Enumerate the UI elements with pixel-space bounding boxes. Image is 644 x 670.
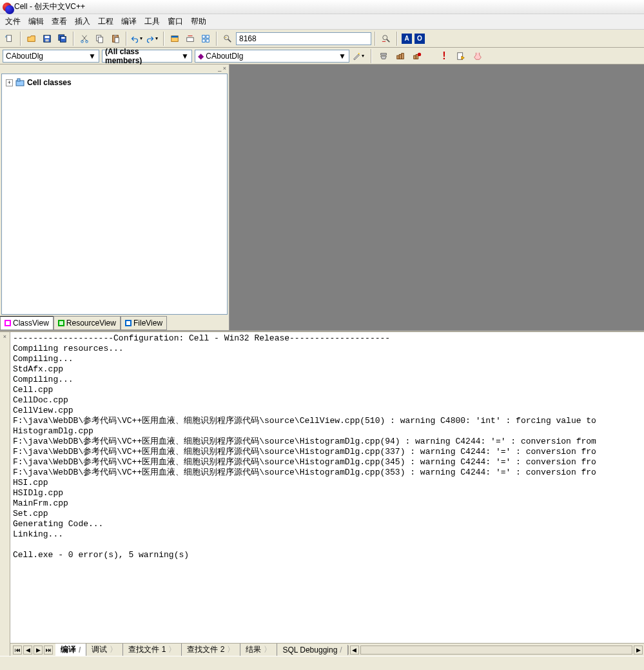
menu-tools[interactable]: 工具 [144,16,160,27]
scroll-first-icon[interactable]: ⏮ [13,645,22,655]
letter-o-icon[interactable]: O [415,34,425,44]
wizard-action-icon[interactable]: ▾ [352,49,366,63]
tab-resourceview[interactable]: ResourceView [54,316,121,330]
statusbar [0,656,644,670]
tree-root-row[interactable]: + Cell classes [6,78,223,87]
pane-header: ⎯ × [0,64,229,72]
editor-area [229,64,644,330]
member-combo[interactable]: ◆ CAboutDlg▼ [195,50,349,63]
svg-rect-26 [414,55,416,59]
output-tab-results[interactable]: 结果〉 [240,644,277,656]
output-tab-sql[interactable]: SQL Debugging/ [277,645,347,655]
output-tab-debug[interactable]: 调试〉 [86,644,123,656]
svg-rect-35 [59,321,63,325]
undo-icon[interactable]: ▾ [130,32,144,46]
go-icon[interactable] [454,49,468,63]
svg-rect-33 [6,321,10,325]
svg-rect-3 [45,39,48,41]
tab-classview[interactable]: ClassView [0,316,54,330]
output-tab-find2[interactable]: 查找文件 2〉 [182,644,240,656]
svg-rect-18 [206,35,209,37]
svg-rect-6 [61,37,64,39]
paste-icon[interactable] [108,32,122,46]
hscroll-right-icon[interactable]: ▶ [634,645,643,655]
svg-rect-0 [7,35,12,41]
menu-file[interactable]: 文件 [5,16,21,27]
output-gutter: × [0,332,10,656]
menubar: 文件 编辑 查看 插入 工程 编译 工具 窗口 帮助 [0,14,644,30]
window-title: Cell - 创天中文VC++ [14,1,85,12]
output-icon[interactable] [183,32,197,46]
breakpoint-icon[interactable] [471,49,485,63]
tab-fileview[interactable]: FileView [121,316,167,330]
menu-view[interactable]: 查看 [52,16,67,27]
diamond-icon: ◆ [198,52,204,61]
new-file-icon[interactable] [3,32,17,46]
copy-icon[interactable] [93,32,107,46]
menu-insert[interactable]: 插入 [75,16,90,27]
cut-icon[interactable] [77,32,92,46]
toolbar-main: ▾ ▾ A O [0,30,644,48]
svg-rect-31 [17,79,20,81]
menu-build[interactable]: 编译 [121,16,137,27]
stop-build-icon[interactable] [410,49,424,63]
find-input[interactable] [236,32,371,45]
class-combo[interactable]: CAboutDlg▼ [3,50,99,63]
menu-help[interactable]: 帮助 [191,16,206,27]
output-pane: × --------------------Configuration: Cel… [0,331,644,656]
svg-rect-13 [115,37,119,43]
scroll-last-icon[interactable]: ⏭ [44,645,53,655]
find-icon[interactable] [220,32,235,46]
toolbar-wizard: CAboutDlg▼ (All class members)▼ ◆ CAbout… [0,48,644,64]
titlebar: Cell - 创天中文VC++ [0,0,644,14]
svg-rect-19 [202,39,205,41]
svg-rect-23 [397,55,400,59]
svg-rect-2 [45,35,50,38]
workspace-tabs: ClassView ResourceView FileView [0,316,229,330]
svg-point-28 [418,52,421,55]
redo-icon[interactable]: ▾ [146,32,160,46]
output-tabs: ⏮ ◀ ▶ ⏭ 编译/ 调试〉 查找文件 1〉 查找文件 2〉 结果〉 SQL … [10,643,644,656]
svg-rect-15 [171,35,179,37]
window-list-icon[interactable] [199,32,213,46]
letter-a-icon[interactable]: A [402,34,412,44]
output-hscroll[interactable]: ◀ ▶ [348,645,644,655]
workspace-pane: ⎯ × + Cell classes ClassView ResourceVie… [0,64,229,330]
workspace-icon[interactable] [168,32,182,46]
class-tree[interactable]: + Cell classes [1,74,228,315]
svg-rect-37 [126,321,130,325]
build-icon[interactable] [393,49,407,63]
filter-combo[interactable]: (All class members)▼ [102,50,192,63]
find-in-files-icon[interactable] [379,32,393,46]
scroll-next-icon[interactable]: ▶ [34,645,43,655]
hscroll-left-icon[interactable]: ◀ [350,645,359,655]
classes-icon [15,78,24,87]
open-icon[interactable] [24,32,39,46]
close-icon[interactable]: × [3,333,6,340]
menu-window[interactable]: 窗口 [168,16,183,27]
output-tab-find1[interactable]: 查找文件 1〉 [123,644,182,656]
menu-project[interactable]: 工程 [98,16,113,27]
execute-icon[interactable]: ! [437,49,451,63]
svg-point-22 [383,35,387,39]
svg-rect-20 [206,39,209,41]
svg-rect-24 [399,54,402,59]
scroll-prev-icon[interactable]: ◀ [23,645,32,655]
save-icon[interactable] [40,32,54,46]
tree-root-label: Cell classes [27,78,72,87]
app-icon [3,3,12,12]
compile-icon[interactable] [376,49,391,63]
main-area: ⎯ × + Cell classes ClassView ResourceVie… [0,64,644,331]
output-tab-build[interactable]: 编译/ [55,644,86,656]
svg-rect-12 [114,34,117,36]
menu-edit[interactable]: 编辑 [28,16,44,27]
svg-rect-10 [98,37,102,43]
output-text[interactable]: --------------------Configuration: Cell … [10,332,644,643]
expand-icon[interactable]: + [6,79,13,86]
svg-rect-17 [202,35,205,37]
svg-rect-25 [402,53,404,59]
save-all-icon[interactable] [55,32,70,46]
svg-rect-16 [187,37,194,41]
